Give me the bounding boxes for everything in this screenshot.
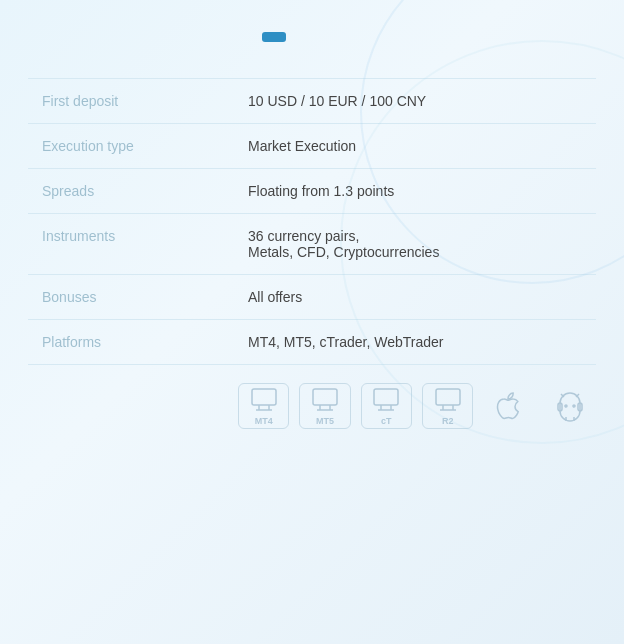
svg-rect-12 [436, 389, 460, 405]
svg-rect-8 [374, 389, 398, 405]
row-label: Execution type [28, 124, 238, 169]
svg-rect-4 [313, 389, 337, 405]
table-row: Execution typeMarket Execution [28, 124, 596, 169]
row-label: Instruments [28, 214, 238, 275]
row-value: MT4, MT5, cTrader, WebTrader [238, 320, 596, 365]
table-row: SpreadsFloating from 1.3 points [28, 169, 596, 214]
row-label: Platforms [28, 320, 238, 365]
table-row: PlatformsMT4, MT5, cTrader, WebTrader [28, 320, 596, 365]
row-value: All offers [238, 275, 596, 320]
platform-icon-apple[interactable] [483, 383, 534, 429]
row-label: Spreads [28, 169, 238, 214]
platform-icon-mt5[interactable]: MT5 [299, 383, 350, 429]
platform-icon-label: MT4 [255, 416, 273, 426]
platform-icon-label: MT5 [316, 416, 334, 426]
platform-icon-label: cT [381, 416, 392, 426]
table-row: BonusesAll offers [28, 275, 596, 320]
popular-badge [262, 32, 286, 42]
row-label: Bonuses [28, 275, 238, 320]
platform-icon-r2[interactable]: R2 [422, 383, 473, 429]
svg-point-23 [573, 405, 575, 407]
svg-rect-0 [252, 389, 276, 405]
platform-icons-row: MT4 MT5 cT R2 [238, 383, 596, 439]
card-header [248, 32, 596, 42]
product-card: First deposit10 USD / 10 EUR / 100 CNYEx… [0, 0, 624, 644]
platform-icon-mt4[interactable]: MT4 [238, 383, 289, 429]
platform-icon-android[interactable] [545, 383, 596, 429]
table-row: Instruments36 currency pairs,Metals, CFD… [28, 214, 596, 275]
svg-point-22 [565, 405, 567, 407]
table-row: First deposit10 USD / 10 EUR / 100 CNY [28, 79, 596, 124]
row-value: 10 USD / 10 EUR / 100 CNY [238, 79, 596, 124]
row-value: 36 currency pairs,Metals, CFD, Cryptocur… [238, 214, 596, 275]
row-value: Market Execution [238, 124, 596, 169]
row-label: First deposit [28, 79, 238, 124]
platform-icon-ct[interactable]: cT [361, 383, 412, 429]
features-table: First deposit10 USD / 10 EUR / 100 CNYEx… [28, 78, 596, 365]
platform-icon-label: R2 [442, 416, 454, 426]
row-value: Floating from 1.3 points [238, 169, 596, 214]
